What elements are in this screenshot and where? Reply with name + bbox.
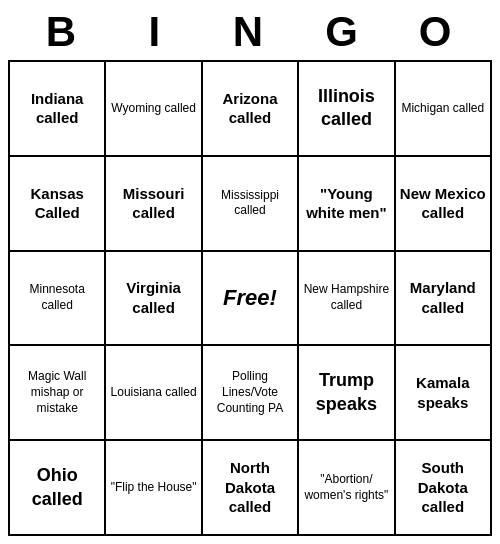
bingo-cell-11: Virginia called: [105, 251, 201, 346]
bingo-cell-4: Michigan called: [395, 61, 491, 156]
bingo-cell-7: Mississippi called: [202, 156, 298, 251]
bingo-cell-14: Maryland called: [395, 251, 491, 346]
bingo-cell-22: North Dakota called: [202, 440, 298, 535]
letter-b: B: [23, 8, 103, 56]
bingo-cell-5: Kansas Called: [9, 156, 105, 251]
bingo-cell-19: Kamala speaks: [395, 345, 491, 440]
bingo-cell-20: Ohio called: [9, 440, 105, 535]
bingo-cell-10: Minnesota called: [9, 251, 105, 346]
bingo-cell-1: Wyoming called: [105, 61, 201, 156]
letter-n: N: [210, 8, 290, 56]
bingo-title: B I N G O: [8, 8, 492, 56]
bingo-cell-16: Louisiana called: [105, 345, 201, 440]
bingo-cell-23: "Abortion/ women's rights": [298, 440, 394, 535]
letter-o: O: [397, 8, 477, 56]
bingo-cell-8: "Young white men": [298, 156, 394, 251]
bingo-cell-17: Polling Lines/Vote Counting PA: [202, 345, 298, 440]
bingo-cell-13: New Hampshire called: [298, 251, 394, 346]
bingo-cell-21: "Flip the House": [105, 440, 201, 535]
bingo-cell-6: Missouri called: [105, 156, 201, 251]
bingo-cell-2: Arizona called: [202, 61, 298, 156]
bingo-cell-18: Trump speaks: [298, 345, 394, 440]
bingo-cell-15: Magic Wall mishap or mistake: [9, 345, 105, 440]
letter-g: G: [304, 8, 384, 56]
letter-i: I: [116, 8, 196, 56]
bingo-cell-0: Indiana called: [9, 61, 105, 156]
bingo-cell-24: South Dakota called: [395, 440, 491, 535]
bingo-cell-3: Illinois called: [298, 61, 394, 156]
bingo-grid: Indiana calledWyoming calledArizona call…: [8, 60, 492, 536]
bingo-cell-12: Free!: [202, 251, 298, 346]
bingo-cell-9: New Mexico called: [395, 156, 491, 251]
